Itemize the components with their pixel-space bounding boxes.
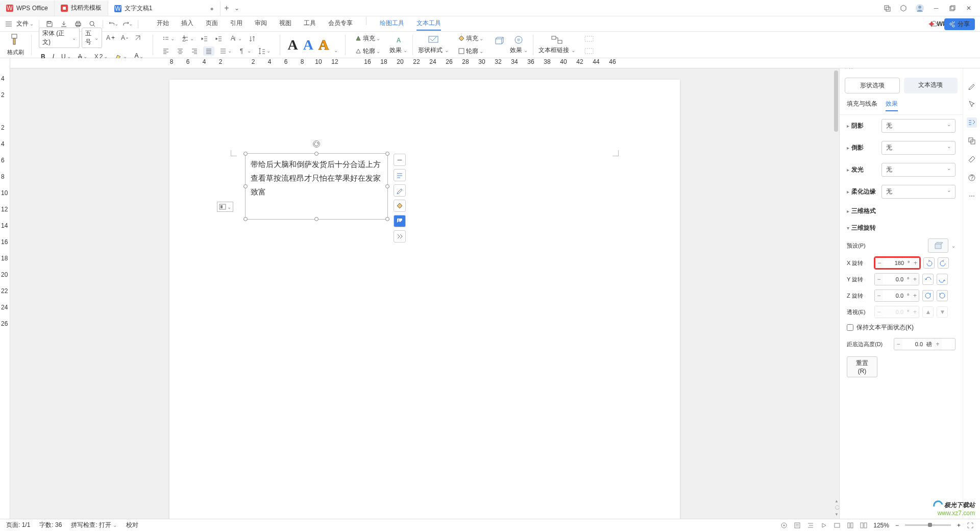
x-rotation-value[interactable] xyxy=(884,260,906,266)
rotate-left-icon[interactable] xyxy=(923,257,935,269)
align-right-icon[interactable] xyxy=(189,46,200,56)
share-button[interactable]: 分享 xyxy=(944,18,975,30)
text-direction-icon[interactable]: A⌄ xyxy=(228,34,244,43)
status-circle-icon[interactable] xyxy=(780,522,788,529)
view-split-icon[interactable] xyxy=(860,522,867,529)
reflection-select[interactable]: 无⌄ xyxy=(881,141,955,155)
resize-handle[interactable] xyxy=(314,217,318,221)
text-style-preset-1[interactable]: A xyxy=(287,37,298,53)
paragraph-icon[interactable]: ¶⌄ xyxy=(237,46,253,56)
menu-member[interactable]: 会员专享 xyxy=(328,17,353,31)
resize-handle[interactable] xyxy=(385,152,389,156)
shape-style-button[interactable]: 形状样式 ⌄ xyxy=(418,35,448,55)
cube-icon[interactable] xyxy=(896,1,911,15)
view-compact-icon[interactable] xyxy=(847,522,854,529)
float-delete-icon[interactable]: ─ xyxy=(394,154,406,166)
ruler-icon[interactable] xyxy=(967,154,977,164)
more-icon[interactable]: ⋯ xyxy=(967,191,977,201)
rotate-up-icon[interactable] xyxy=(922,274,934,285)
resize-handle[interactable] xyxy=(385,217,389,221)
increment-icon[interactable]: + xyxy=(911,258,919,268)
menu-text-tools[interactable]: 文本工具 xyxy=(416,17,441,31)
pen-icon[interactable] xyxy=(967,81,977,91)
float-more-icon[interactable] xyxy=(394,230,406,243)
textbox-next-icon[interactable] xyxy=(582,46,596,56)
view-print-icon[interactable] xyxy=(794,522,801,529)
menu-page[interactable]: 页面 xyxy=(206,17,218,31)
text-style-preset-3[interactable]: A xyxy=(318,37,329,53)
zoom-slider[interactable] xyxy=(905,524,951,526)
resize-handle[interactable] xyxy=(385,184,389,188)
selected-textbox[interactable]: 带给后大脑和倒萨发货后十分合适上方查看草按流程昂才只怕在苹果好在发家致富 ⌄ ─ xyxy=(245,153,388,220)
resize-handle[interactable] xyxy=(243,217,248,221)
menu-drawing-tools[interactable]: 绘图工具 xyxy=(380,17,404,31)
z-rotation-value[interactable] xyxy=(883,293,905,299)
clear-format-icon[interactable] xyxy=(132,28,143,48)
font-select[interactable]: 宋体 (正文)⌄ xyxy=(39,28,80,48)
proofread-status[interactable]: 校对 xyxy=(126,521,138,529)
minimize-button[interactable]: ─ xyxy=(929,1,943,15)
text-style-preset-2[interactable]: A xyxy=(303,37,313,53)
line-spacing-icon[interactable]: ⌄ xyxy=(256,46,273,56)
resize-handle[interactable] xyxy=(314,152,318,156)
number-list-icon[interactable]: 12⌄ xyxy=(180,34,196,43)
decrement-icon[interactable]: − xyxy=(875,258,884,268)
tab-document[interactable]: W 文字文稿1 ● xyxy=(108,1,220,16)
textbox-prev-icon[interactable] xyxy=(582,34,596,43)
hamburger-menu[interactable] xyxy=(5,20,12,28)
increase-font-icon[interactable]: A+ xyxy=(104,28,117,48)
tab-template[interactable]: 找稻壳模板 xyxy=(55,1,108,16)
shape-fill-button[interactable]: 填充⌄ xyxy=(456,33,485,44)
menu-start[interactable]: 开始 xyxy=(157,17,169,31)
format-painter-icon[interactable] xyxy=(9,33,23,47)
cloud-icon[interactable] xyxy=(929,19,939,30)
shape-outline-button[interactable]: 轮廓⌄ xyxy=(456,46,485,57)
increment-icon[interactable]: + xyxy=(911,274,919,285)
float-edit-icon[interactable] xyxy=(394,184,406,197)
view-reading-icon[interactable] xyxy=(820,522,827,529)
decrease-indent-icon[interactable] xyxy=(199,34,210,43)
shape-3d-button[interactable]: x xyxy=(493,36,505,54)
decrease-font-icon[interactable]: A- xyxy=(119,28,130,48)
resize-handle[interactable] xyxy=(243,152,248,156)
section-3d-rotation[interactable]: ▾三维旋转 xyxy=(840,220,963,236)
new-tab-dropdown[interactable]: ⌄ xyxy=(233,5,241,12)
page-status[interactable]: 页面: 1/1 xyxy=(6,521,30,529)
font-size-select[interactable]: 五号⌄ xyxy=(82,28,102,48)
align-justify-icon[interactable] xyxy=(203,46,214,56)
menu-insert[interactable]: 插入 xyxy=(181,17,193,31)
textbox-text[interactable]: 带给后大脑和倒萨发货后十分合适上方查看草按流程昂才只怕在苹果好在发家致富 xyxy=(246,154,387,203)
section-3d-format[interactable]: ▸三维格式 xyxy=(840,203,963,220)
z-rotation-input[interactable]: − ° + xyxy=(874,289,919,302)
menu-review[interactable]: 审阅 xyxy=(255,17,267,31)
document-scroll-area[interactable]: 带给后大脑和倒萨发货后十分合适上方查看草按流程昂才只怕在苹果好在发家致富 ⌄ ─… xyxy=(10,58,839,519)
view-outline-icon[interactable] xyxy=(807,522,814,529)
spell-check-status[interactable]: 拼写检查: 打开 ⌄ xyxy=(71,521,117,529)
rotate-cw-icon[interactable] xyxy=(922,290,934,301)
zoom-out-icon[interactable]: − xyxy=(895,522,899,529)
file-menu[interactable]: 文件⌄ xyxy=(16,19,34,28)
text-outline-button[interactable]: 轮廓⌄ xyxy=(353,46,382,57)
decrement-icon[interactable]: − xyxy=(875,290,883,301)
increase-indent-icon[interactable] xyxy=(213,34,225,43)
fit-page-icon[interactable] xyxy=(967,522,974,529)
reset-button[interactable]: 重置(R) xyxy=(847,356,877,377)
properties-icon[interactable] xyxy=(967,117,977,128)
rotate-ccw-icon[interactable] xyxy=(937,290,948,301)
increment-icon[interactable]: + xyxy=(934,339,942,350)
text-fill-button[interactable]: 填充⌄ xyxy=(353,33,382,44)
text-style-more[interactable]: ⌄ xyxy=(334,47,338,53)
tab-text-options[interactable]: 文本选项 xyxy=(904,78,958,93)
layers-icon[interactable] xyxy=(967,136,977,146)
tab-wps-office[interactable]: W WPS Office xyxy=(0,1,55,16)
y-rotation-value[interactable] xyxy=(883,276,905,282)
rotation-handle[interactable] xyxy=(313,140,320,148)
rotate-right-icon[interactable] xyxy=(938,257,949,269)
zoom-value[interactable]: 125% xyxy=(873,522,889,529)
decrement-icon[interactable]: − xyxy=(894,339,902,350)
align-left-icon[interactable] xyxy=(160,46,172,56)
textbox-link-button[interactable]: 文本框链接 ⌄ xyxy=(538,35,575,55)
text-effect-button[interactable]: A 效果 ⌄ xyxy=(389,35,407,55)
menu-reference[interactable]: 引用 xyxy=(230,17,242,31)
soft-edge-select[interactable]: 无⌄ xyxy=(881,185,955,199)
